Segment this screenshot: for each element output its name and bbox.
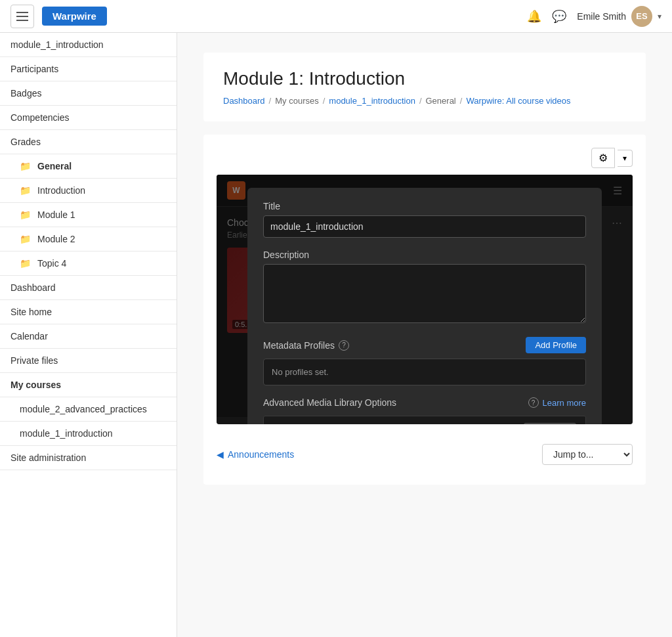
page-layout: module_1_introduction Participants Badge… [0,33,672,637]
breadcrumb-sep: / [323,96,326,106]
sidebar-item-sitehome[interactable]: Site home [0,300,177,324]
jump-to-select[interactable]: Jump to... Module 1 Introduction General [542,444,633,465]
help-icon-advanced[interactable]: ? [528,397,539,408]
description-label: Description [263,250,586,260]
bottom-navigation: ◀ Announcements Jump to... Module 1 Intr… [217,437,633,472]
hamburger-menu-button[interactable] [10,5,34,28]
sidebar-item-label: Calendar [10,331,48,341]
avatar-initials: ES [636,11,647,21]
sidebar-item-topic4[interactable]: 📁 Topic 4 [0,252,177,276]
left-arrow-icon: ◀ [217,449,224,460]
user-avatar: ES [631,6,652,27]
breadcrumb-sep: / [419,96,422,106]
modal-title-field: Title [263,201,586,238]
learn-more-row: ? Learn more [528,397,586,408]
sidebar-item-label: Module 1 [37,209,75,220]
main-content: Module 1: Introduction Dashboard / My co… [177,33,672,637]
card-toolbar: ⚙ ▾ [217,148,633,168]
page-header: Module 1: Introduction Dashboard / My co… [203,53,646,121]
metadata-profiles-row: Metadata Profiles ? Add Profile [263,337,586,353]
modal-overlay: Title Description Metadata Profiles [217,175,633,424]
settings-modal: Title Description Metadata Profiles [247,188,602,424]
sidebar-item-calendar[interactable]: Calendar [0,324,177,349]
advanced-header: Advanced Media Library Options ? Learn m… [263,397,586,408]
nav-left: Warpwire [10,5,107,28]
breadcrumb-sep: / [269,96,272,106]
no-profiles-text: No profiles set. [263,359,586,385]
breadcrumb-dashboard[interactable]: Dashboard [223,96,265,106]
add-profile-button[interactable]: Add Profile [526,337,586,353]
top-navigation: Warpwire 🔔 💬 Emile Smith ES ▾ [0,0,672,33]
help-icon[interactable]: ? [339,340,349,351]
metadata-label: Metadata Profiles [263,340,335,351]
sidebar-item-label: Module 2 [37,234,75,244]
hamburger-line [16,16,28,17]
sidebar-item-label: Site administration [10,452,86,463]
prev-announcements-link[interactable]: ◀ Announcements [217,449,294,460]
user-name-label: Emile Smith [577,11,626,22]
settings-dropdown-button[interactable]: ▾ [618,150,633,167]
sidebar-item-label: Participants [10,64,58,74]
modal-description-field: Description [263,250,586,325]
sidebar-item-label: module_2_advanced_practices [20,404,147,414]
hamburger-line [16,20,28,21]
modal-body: Title Description Metadata Profiles [247,188,602,424]
sidebar-item-module2[interactable]: 📁 Module 2 [0,227,177,252]
warpwire-embed-area: W module_1_introduction ☰ AZ Choc... Ear… [217,175,633,424]
chevron-down-icon: ▾ [658,12,662,21]
page-title: Module 1: Introduction [223,68,626,89]
sidebar-item-label: General [37,161,72,171]
sidebar-item-general[interactable]: 📁 General [0,154,177,179]
sidebar: module_1_introduction Participants Badge… [0,33,177,637]
advanced-row-add-media: Users with access to this library can ad… [263,416,586,424]
sidebar-item-label: Badges [10,88,41,99]
sidebar-item-module1[interactable]: 📁 Module 1 [0,203,177,227]
breadcrumb-mycourses: My courses [275,96,318,106]
content-card: ⚙ ▾ W module_1_introduction ☰ [203,135,646,485]
breadcrumb-general: General [426,96,456,106]
sidebar-item-grades[interactable]: Grades [0,130,177,154]
sidebar-item-module2adv[interactable]: module_2_advanced_practices [0,397,177,422]
add-media-select[interactable]: No Yes [524,423,576,424]
title-input[interactable] [263,215,586,238]
notifications-icon[interactable]: 🔔 [527,9,541,24]
sidebar-item-label: module_1_introduction [20,428,113,439]
breadcrumb-module1intro[interactable]: module_1_introduction [329,96,415,106]
sidebar-item-privatefiles[interactable]: Private files [0,349,177,373]
sidebar-item-siteadmin[interactable]: Site administration [0,446,177,470]
messages-icon[interactable]: 💬 [552,9,566,24]
sidebar-item-label: My courses [10,380,61,390]
nav-right: 🔔 💬 Emile Smith ES ▾ [527,6,662,27]
sidebar-item-label: Topic 4 [37,258,66,269]
folder-icon: 📁 [20,209,31,220]
breadcrumb: Dashboard / My courses / module_1_introd… [223,96,626,106]
sidebar-item-label: Dashboard [10,282,56,293]
sidebar-item-label: module_1_introduction [10,39,104,50]
sidebar-item-label: Site home [10,307,52,317]
folder-icon: 📁 [20,161,31,171]
sidebar-item-dashboard[interactable]: Dashboard [0,276,177,300]
sidebar-item-competencies[interactable]: Competencies [0,106,177,130]
sidebar-item-introduction[interactable]: 📁 Introduction [0,179,177,203]
sidebar-item-label: Private files [10,355,58,366]
sidebar-item-mycourses[interactable]: My courses [0,373,177,397]
sidebar-item-label: Grades [10,137,41,147]
learn-more-link[interactable]: Learn more [543,398,586,408]
warpwire-brand-button[interactable]: Warpwire [42,7,107,26]
breadcrumb-sep: / [460,96,463,106]
description-textarea[interactable] [263,264,586,323]
sidebar-item-label: Introduction [37,185,85,196]
folder-icon: 📁 [20,185,31,196]
sidebar-item-participants[interactable]: Participants [0,57,177,81]
hamburger-line [16,12,28,13]
sidebar-item-module1intro[interactable]: module_1_introduction [0,33,177,57]
breadcrumb-warpwire[interactable]: Warpwire: All course videos [466,96,570,106]
title-label: Title [263,201,586,211]
sidebar-item-badges[interactable]: Badges [0,81,177,106]
sidebar-item-module1introlink[interactable]: module_1_introduction [0,422,177,446]
user-menu[interactable]: Emile Smith ES ▾ [577,6,662,27]
gear-settings-button[interactable]: ⚙ [591,148,615,168]
advanced-section: Advanced Media Library Options ? Learn m… [263,397,586,424]
sidebar-item-label: Competencies [10,112,70,123]
folder-icon: 📁 [20,234,31,244]
